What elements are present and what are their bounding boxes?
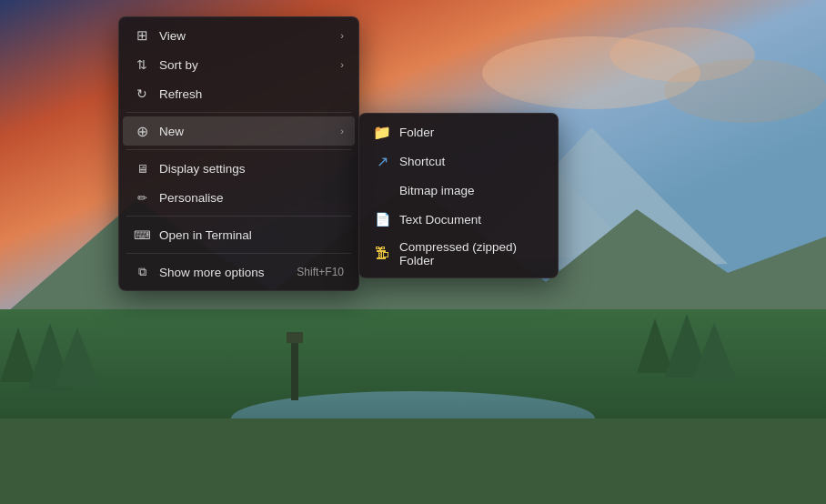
refresh-icon: ↻ — [134, 86, 150, 102]
folder-icon: 📁 — [374, 124, 390, 140]
bitmap-icon — [374, 182, 390, 198]
new-arrow: › — [340, 126, 344, 136]
divider-4 — [126, 253, 351, 254]
context-menu: ⊞ View › ⇅ Sort by › ↻ Refresh ⊕ New › 📁… — [118, 16, 359, 291]
divider-2 — [126, 149, 351, 150]
menu-item-view[interactable]: ⊞ View › — [123, 21, 355, 50]
menu-item-sortby[interactable]: ⇅ Sort by › — [123, 50, 355, 79]
menu-label-more-options: Show more options — [159, 266, 287, 279]
menu-item-more-options[interactable]: ⧉ Show more options Shift+F10 — [123, 257, 355, 287]
submenu-label-shortcut: Shortcut — [399, 155, 543, 168]
divider-3 — [126, 216, 351, 217]
new-submenu: 📁 Folder ↗ Shortcut Bitmap image 📄 Text … — [358, 113, 559, 278]
sortby-icon: ⇅ — [134, 56, 150, 73]
more-options-shortcut: Shift+F10 — [297, 266, 344, 278]
menu-item-new[interactable]: ⊕ New › 📁 Folder ↗ Shortcut Bitmap image — [123, 116, 355, 146]
submenu-label-bitmap: Bitmap image — [399, 184, 543, 197]
svg-rect-17 — [0, 418, 826, 504]
submenu-item-bitmap[interactable]: Bitmap image — [363, 176, 554, 205]
submenu-item-zipfolder[interactable]: 🗜 Compressed (zipped) Folder — [363, 234, 554, 274]
menu-item-terminal[interactable]: ⌨ Open in Terminal — [123, 220, 355, 249]
submenu-label-zipfolder: Compressed (zipped) Folder — [399, 240, 543, 267]
personalise-icon: ✏ — [134, 189, 150, 206]
menu-label-display-settings: Display settings — [159, 162, 344, 176]
submenu-item-textdoc[interactable]: 📄 Text Document — [363, 205, 554, 234]
moreoptions-icon: ⧉ — [134, 264, 150, 280]
menu-item-personalise[interactable]: ✏ Personalise — [123, 183, 355, 212]
svg-rect-18 — [291, 337, 298, 400]
new-icon: ⊕ — [134, 123, 150, 139]
zipfolder-icon: 🗜 — [374, 246, 390, 262]
shortcut-icon: ↗ — [374, 153, 390, 169]
view-arrow: › — [340, 30, 344, 41]
divider-1 — [126, 112, 351, 113]
textdoc-icon: 📄 — [374, 211, 390, 227]
menu-label-view: View — [159, 29, 331, 43]
display-icon: 🖥 — [134, 160, 150, 176]
menu-item-display-settings[interactable]: 🖥 Display settings — [123, 154, 355, 183]
view-icon: ⊞ — [134, 27, 150, 44]
menu-label-sortby: Sort by — [159, 58, 331, 72]
submenu-label-folder: Folder — [399, 126, 543, 139]
menu-label-terminal: Open in Terminal — [159, 228, 344, 242]
submenu-label-textdoc: Text Document — [399, 213, 543, 227]
menu-label-refresh: Refresh — [159, 87, 344, 101]
svg-rect-19 — [287, 332, 303, 343]
menu-label-personalise: Personalise — [159, 191, 344, 205]
menu-item-refresh[interactable]: ↻ Refresh — [123, 79, 355, 108]
terminal-icon: ⌨ — [134, 227, 150, 243]
menu-label-new: New — [159, 125, 331, 138]
submenu-item-shortcut[interactable]: ↗ Shortcut — [363, 146, 554, 176]
submenu-item-folder[interactable]: 📁 Folder — [363, 117, 554, 146]
svg-point-3 — [664, 59, 826, 123]
sortby-arrow: › — [340, 59, 344, 70]
